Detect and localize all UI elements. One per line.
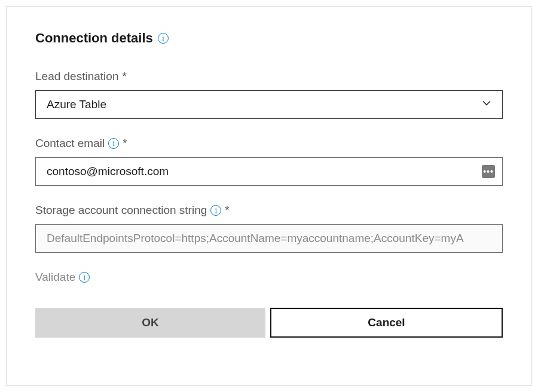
contact-email-label: Contact email i * — [35, 137, 503, 150]
select-value: Azure Table — [47, 98, 106, 111]
validate-link[interactable]: Validate i — [35, 271, 503, 284]
field-lead-destination: Lead destination* Azure Table — [35, 70, 503, 119]
lead-destination-label: Lead destination* — [35, 70, 503, 83]
info-icon[interactable]: i — [79, 272, 90, 283]
info-icon[interactable]: i — [210, 205, 221, 216]
more-icon[interactable]: ••• — [482, 165, 495, 178]
input-value: contoso@microsoft.com — [47, 165, 169, 178]
connection-details-panel: Connection details i Lead destination* A… — [6, 6, 532, 386]
field-connection-string: Storage account connection string i * De… — [35, 204, 503, 253]
page-title-text: Connection details — [35, 30, 153, 46]
required-marker: * — [122, 70, 126, 83]
button-row: OK Cancel — [35, 308, 503, 338]
label-text: Contact email — [35, 137, 105, 150]
required-marker: * — [123, 137, 127, 150]
info-icon[interactable]: i — [158, 33, 169, 44]
required-marker: * — [225, 204, 229, 217]
field-contact-email: Contact email i * contoso@microsoft.com … — [35, 137, 503, 186]
chevron-down-icon — [481, 97, 493, 112]
connection-string-input[interactable]: DefaultEndpointsProtocol=https;AccountNa… — [35, 224, 503, 253]
connection-string-label: Storage account connection string i * — [35, 204, 503, 217]
label-text: Lead destination — [35, 70, 118, 83]
lead-destination-select[interactable]: Azure Table — [35, 90, 503, 119]
page-title: Connection details i — [35, 30, 503, 46]
info-icon[interactable]: i — [108, 138, 119, 149]
validate-label: Validate — [35, 271, 75, 284]
label-text: Storage account connection string — [35, 204, 207, 217]
ok-button[interactable]: OK — [35, 308, 265, 338]
input-placeholder: DefaultEndpointsProtocol=https;AccountNa… — [47, 232, 464, 245]
contact-email-input[interactable]: contoso@microsoft.com ••• — [35, 157, 503, 186]
cancel-button[interactable]: Cancel — [270, 308, 503, 338]
